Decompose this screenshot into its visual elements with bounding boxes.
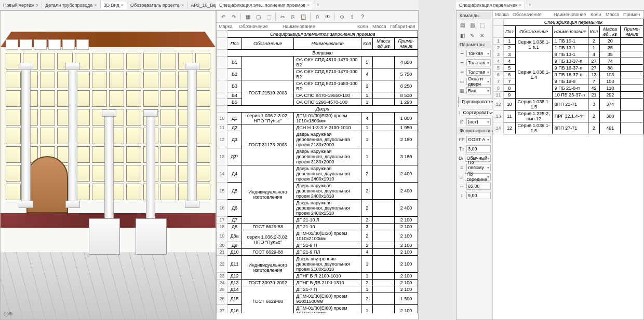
copy-icon[interactable]: ⎘ (288, 12, 298, 21)
print-icon[interactable]: ⎙ (313, 12, 322, 21)
column-headers-right: Марка Обозначение Наименование Коли Масс… (493, 11, 643, 19)
group-select[interactable]: Группировать (461, 98, 495, 105)
valign-select[interactable]: По середине (465, 173, 491, 180)
font-size-input[interactable] (466, 145, 491, 152)
spec2-scroll[interactable]: Спецификация перемычекПозОбозначениеНаим… (493, 19, 643, 301)
spec-openings-pane: ↶ ↷ ▦ ▢ ⬚ ✂ ⎘ 📋 ⎙ 👁 ⚙ ⇪ ? Марка Обозначе… (216, 10, 419, 320)
close-icon[interactable]: × (307, 3, 310, 8)
spec-lintels-table: Спецификация перемычекПозОбозначениеНаим… (493, 19, 643, 134)
cut-icon[interactable]: ✂ (278, 12, 287, 21)
sort-icon: ↕ (458, 110, 461, 115)
width-icon: ↔ (458, 184, 465, 189)
section-params: Параметры (458, 41, 491, 48)
export-icon[interactable]: ⇪ (347, 12, 357, 21)
line-style-icon: ━ (458, 60, 465, 65)
height-icon: ↕ (458, 193, 465, 198)
view-icon: ▦ (458, 88, 465, 93)
spec-toolbar: ↶ ↷ ▦ ▢ ⬚ ✂ ⎘ 📋 ⎙ 👁 ⚙ ⇪ ? (217, 11, 418, 23)
preview-icon[interactable]: 👁 (323, 12, 332, 21)
spec-lintels-pane: Команды ▤ ▥ ⬚ ◧ ✎ ✕ Параметры ━Тонкая ━Т… (456, 10, 644, 320)
cell-icon[interactable]: ▢ (253, 12, 263, 21)
redo-icon[interactable]: ↷ (229, 12, 238, 21)
height-input[interactable] (466, 192, 491, 199)
size-icon: T↕ (458, 146, 465, 151)
cmd-clear-icon[interactable]: ✕ (477, 31, 487, 40)
line-thick-select[interactable]: Толстая (466, 59, 491, 66)
font-select[interactable]: GOST A (466, 136, 491, 143)
paste-icon[interactable]: 📋 (299, 12, 308, 21)
tab-spec-openings[interactable]: Спецификация эле...полнения проемов× (216, 2, 313, 9)
tab-pipe-details[interactable]: Детали трубопровода× (42, 2, 100, 9)
cmd-merge-icon[interactable]: ⬚ (477, 20, 487, 30)
spec-scroll[interactable]: Спецификация элементов заполнения проемо… (217, 31, 418, 313)
line-style-icon: ━ (458, 69, 465, 75)
align-left-icon: ≡ (458, 165, 465, 170)
line-thick2-select[interactable]: Толстая (466, 68, 491, 76)
halign-select[interactable]: По левому кр (466, 164, 491, 171)
category-select[interactable]: Окна и двери (466, 78, 491, 85)
merge-icon[interactable]: ⬚ (264, 12, 273, 21)
section-commands: Команды (458, 12, 491, 19)
cmd-highlight-icon[interactable]: ◧ (458, 31, 467, 40)
style-icon: BI (458, 156, 464, 161)
none-select[interactable]: (нет) (466, 118, 491, 126)
tab-spec-lintels[interactable]: Спецификация перемычек× (456, 2, 525, 9)
help-icon[interactable]: ? (358, 12, 367, 21)
cmd-insert-row-icon[interactable]: ▤ (458, 20, 467, 30)
section-format: Форматирование (458, 127, 491, 134)
grid-icon[interactable]: ▦ (243, 12, 252, 21)
close-icon[interactable]: × (36, 3, 38, 8)
undo-icon[interactable]: ↶ (219, 12, 228, 21)
spec-openings-table: Спецификация элементов заполнения проемо… (217, 31, 418, 313)
tab-project-browser[interactable]: Обозреватель проекта× (127, 2, 187, 9)
viewport-pane: ◯⊕ (0, 10, 216, 320)
align-mid-icon: ≣ (458, 174, 464, 179)
tab-3d-view[interactable]: 3D Вид× (101, 2, 128, 9)
close-icon[interactable]: × (181, 3, 184, 8)
options-icon[interactable]: ⚙ (337, 12, 346, 21)
new-tab-button[interactable]: + (525, 1, 534, 9)
tab-strip-right: Спецификация перемычек× + (456, 0, 644, 10)
sort-select[interactable]: Сортировать (462, 109, 495, 116)
new-tab-button[interactable]: + (313, 1, 323, 9)
tab-new-drawing[interactable]: Новый чертёж× (0, 2, 42, 9)
column-headers: Марка Обозначение Наименование Коли Масс… (217, 23, 418, 31)
line-thin-select[interactable]: Тонкая (466, 50, 491, 57)
close-icon[interactable]: × (519, 3, 521, 8)
line-style-icon: ━ (458, 51, 465, 56)
model-viewport[interactable]: ◯⊕ (1, 11, 216, 319)
category-icon: ▭ (458, 79, 465, 84)
ucs-indicator: ◯⊕ (4, 311, 13, 316)
cmd-insert-col-icon[interactable]: ▥ (467, 20, 477, 30)
commands-panel: Команды ▤ ▥ ⬚ ◧ ✎ ✕ Параметры ━Тонкая ━Т… (457, 11, 493, 319)
tab-strip-left: Новый чертёж× Детали трубопровода× 3D Ви… (0, 0, 216, 10)
none-icon: ∅ (458, 119, 465, 124)
close-icon[interactable]: × (94, 3, 97, 8)
cmd-pencil-icon[interactable]: ✎ (467, 31, 477, 40)
close-icon[interactable]: × (121, 3, 124, 8)
group-icon: [ ] (458, 96, 460, 107)
tab-strip-mid: Спецификация эле...полнения проемов× + (216, 0, 419, 10)
font-icon: FF (458, 137, 465, 142)
width-input[interactable] (466, 183, 491, 190)
view-select[interactable]: Вид (466, 87, 491, 94)
